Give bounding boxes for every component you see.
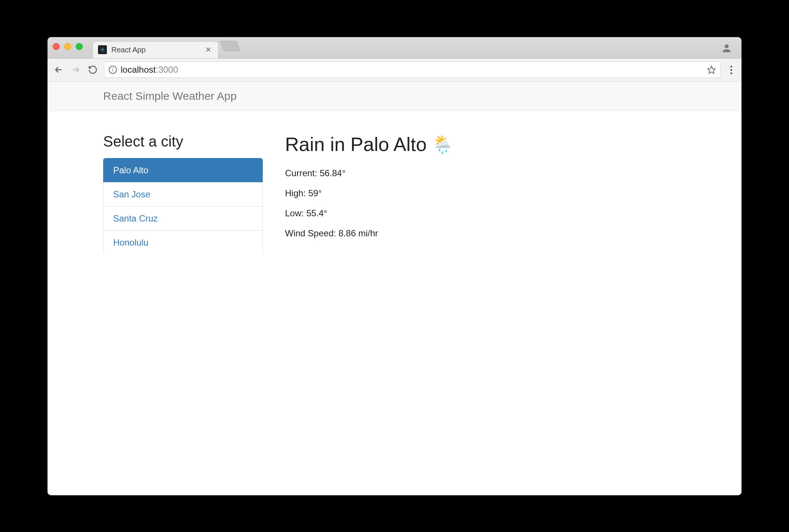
weather-heading: Rain in Palo Alto 🌦️ (285, 133, 686, 155)
app-title: React Simple Weather App (103, 90, 686, 102)
high-label: High: (285, 188, 306, 198)
weather-panel: Rain in Palo Alto 🌦️ Current: 56.84° Hig… (285, 133, 686, 254)
low-label: Low: (285, 208, 304, 218)
close-tab-icon[interactable]: ✕ (204, 45, 213, 54)
weather-heading-text: Rain in Palo Alto (285, 133, 427, 155)
high-value: 59° (308, 188, 322, 198)
close-window-button[interactable] (53, 43, 60, 50)
current-label: Current: (285, 168, 317, 178)
bookmark-star-icon[interactable] (707, 65, 716, 74)
svg-point-0 (725, 44, 729, 48)
browser-menu-button[interactable] (726, 66, 736, 74)
weather-rain-icon: 🌦️ (432, 134, 453, 154)
city-item-santa-cruz[interactable]: Santa Cruz (103, 206, 263, 231)
url-text: localhost:3000 (121, 65, 178, 75)
city-item-palo-alto[interactable]: Palo Alto (103, 158, 263, 183)
url-host: localhost (121, 65, 156, 75)
svg-marker-1 (708, 66, 715, 73)
back-button[interactable] (53, 64, 65, 76)
browser-window: ⚛ React App ✕ i localhost:3000 (48, 37, 741, 495)
profile-icon[interactable] (721, 42, 733, 54)
address-bar[interactable]: i localhost:3000 (104, 62, 721, 78)
browser-tab[interactable]: ⚛ React App ✕ (92, 41, 219, 58)
window-controls (53, 43, 83, 50)
tab-strip: ⚛ React App ✕ (48, 37, 741, 59)
weather-wind: Wind Speed: 8.86 mi/hr (285, 228, 686, 239)
maximize-window-button[interactable] (76, 43, 83, 50)
weather-current: Current: 56.84° (285, 168, 686, 178)
low-value: 55.4° (306, 208, 327, 218)
wind-value: 8.86 mi/hr (338, 228, 378, 238)
app-header: React Simple Weather App (48, 82, 741, 111)
city-list: Palo Alto San Jose Santa Cruz Honolulu (103, 158, 263, 254)
city-item-honolulu[interactable]: Honolulu (103, 230, 263, 254)
city-item-san-jose[interactable]: San Jose (103, 182, 263, 207)
site-info-icon[interactable]: i (109, 66, 117, 74)
new-tab-button[interactable] (220, 41, 240, 51)
weather-low: Low: 55.4° (285, 208, 686, 219)
reload-button[interactable] (87, 64, 99, 76)
forward-button[interactable] (70, 64, 82, 76)
page-content: Select a city Palo Alto San Jose Santa C… (48, 111, 741, 495)
browser-toolbar: i localhost:3000 (48, 59, 741, 82)
city-sidebar: Select a city Palo Alto San Jose Santa C… (103, 133, 263, 254)
react-favicon-icon: ⚛ (98, 45, 107, 54)
minimize-window-button[interactable] (64, 43, 71, 50)
tab-title: React App (111, 46, 199, 54)
weather-high: High: 59° (285, 188, 686, 198)
wind-label: Wind Speed: (285, 228, 336, 238)
sidebar-heading: Select a city (103, 133, 263, 150)
current-value: 56.84° (320, 168, 346, 178)
url-port: :3000 (156, 65, 178, 75)
